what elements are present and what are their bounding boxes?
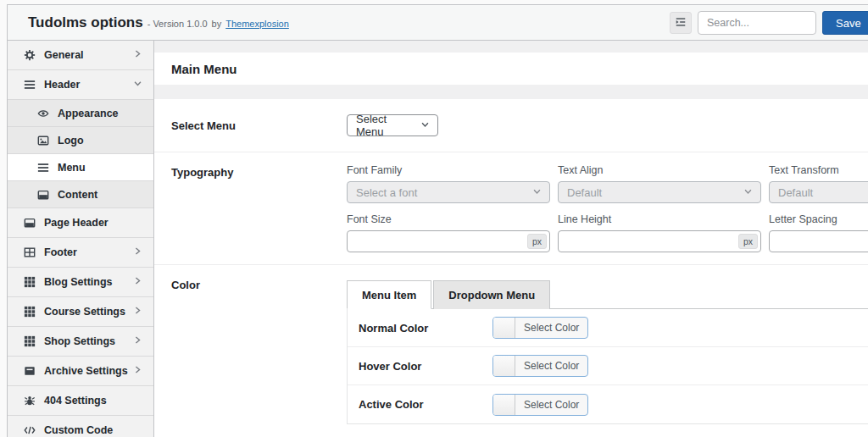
- active-color-row: Active Color Select Color: [348, 385, 868, 423]
- letter-spacing-field: Letter Spacing: [769, 213, 868, 252]
- section-title: Main Menu: [171, 62, 237, 76]
- sidebar-item-custom-code[interactable]: Custom Code: [8, 416, 153, 437]
- sidebar-item-general[interactable]: General: [8, 41, 153, 70]
- gear-icon: [23, 49, 36, 62]
- window-icon: [36, 188, 49, 201]
- select-color-label: Select Color: [515, 318, 587, 338]
- text-transform-label: Text Transform: [769, 164, 868, 176]
- select-color-label: Select Color: [515, 356, 587, 376]
- topbar: Tudolms options - Version 1.0.0 by Theme…: [8, 5, 868, 41]
- settings-card: Select Menu Select Menu Typography: [154, 99, 868, 437]
- text-transform-select[interactable]: Default: [769, 181, 868, 203]
- chevron-right-icon: [133, 365, 142, 377]
- text-align-value: Default: [567, 186, 602, 199]
- line-height-field: Line Height px: [558, 213, 761, 252]
- font-size-label: Font Size: [347, 213, 550, 225]
- sidebar-item-menu[interactable]: Menu: [8, 154, 153, 181]
- eye-icon: [36, 107, 49, 119]
- sidebar-item-label: Archive Settings: [44, 365, 128, 377]
- chevron-down-icon: [532, 186, 542, 199]
- outdent-list-icon: [675, 16, 687, 30]
- chevron-right-icon: [133, 306, 142, 318]
- hover-color-select-button[interactable]: Select Color: [492, 355, 588, 377]
- sidebar-item-label: Custom Code: [44, 424, 113, 436]
- text-align-label: Text Align: [558, 164, 761, 176]
- select-menu-value: Select Menu: [356, 113, 415, 138]
- font-size-field: Font Size px: [347, 213, 550, 252]
- page-title: Tudolms options: [28, 14, 143, 31]
- expand-options-button[interactable]: [670, 12, 692, 34]
- topbar-actions: Save: [670, 5, 868, 41]
- sidebar-item-course-settings[interactable]: Course Settings: [8, 297, 153, 327]
- font-family-select[interactable]: Select a font: [347, 181, 550, 203]
- active-color-label: Active Color: [359, 398, 492, 411]
- sidebar-item-logo[interactable]: Logo: [8, 127, 153, 154]
- font-family-field: Font Family Select a font: [347, 164, 550, 203]
- sidebar-item-label: Appearance: [58, 108, 119, 119]
- search-input[interactable]: [698, 11, 816, 35]
- sidebar-item-label: Logo: [58, 135, 84, 147]
- color-tabs: Menu Item Dropdown Menu: [347, 280, 868, 309]
- typography-label: Typography: [171, 164, 347, 252]
- text-align-field: Text Align Default: [558, 164, 761, 203]
- chevron-right-icon: [133, 49, 142, 61]
- hover-color-label: Hover Color: [359, 360, 492, 373]
- hover-color-row: Hover Color Select Color: [348, 347, 868, 385]
- sidebar: General Header Appearance: [8, 41, 154, 437]
- image-icon: [36, 134, 49, 147]
- normal-color-row: Normal Color Select Color: [348, 309, 868, 347]
- color-swatch: [493, 318, 515, 338]
- text-align-select[interactable]: Default: [558, 181, 761, 203]
- version-text: - Version 1.0.0: [147, 19, 208, 29]
- typography-row: Typography Font Family Select a font: [154, 152, 868, 265]
- active-color-select-button[interactable]: Select Color: [492, 394, 588, 416]
- sidebar-item-blog-settings[interactable]: Blog Settings: [8, 268, 153, 297]
- chevron-right-icon: [133, 335, 142, 347]
- code-icon: [23, 424, 36, 437]
- normal-color-select-button[interactable]: Select Color: [492, 317, 588, 339]
- px-suffix: px: [527, 234, 547, 249]
- sidebar-item-label: 404 Settings: [44, 395, 107, 407]
- sidebar-item-label: Footer: [44, 246, 77, 258]
- px-suffix: px: [738, 234, 758, 249]
- sidebar-item-label: Content: [58, 189, 97, 201]
- select-menu-field: Select Menu: [347, 114, 438, 136]
- grid-icon: [23, 335, 36, 348]
- archive-icon: [23, 365, 36, 378]
- select-menu-row: Select Menu Select Menu: [154, 99, 868, 152]
- chevron-right-icon: [133, 276, 142, 288]
- sidebar-item-footer[interactable]: Footer: [8, 238, 153, 268]
- typography-grid: Font Family Select a font Text Align: [347, 164, 868, 252]
- sidebar-item-appearance[interactable]: Appearance: [8, 100, 153, 127]
- window-icon: [23, 217, 36, 230]
- select-menu-dropdown[interactable]: Select Menu: [347, 114, 438, 136]
- menu-icon: [23, 79, 36, 91]
- sidebar-item-archive-settings[interactable]: Archive Settings: [8, 357, 153, 386]
- sidebar-item-page-header[interactable]: Page Header: [8, 208, 153, 238]
- sidebar-item-shop-settings[interactable]: Shop Settings: [8, 327, 153, 357]
- sidebar-item-content[interactable]: Content: [8, 181, 153, 208]
- color-tabs-area: Menu Item Dropdown Menu Normal Color Sel…: [347, 277, 868, 424]
- save-button[interactable]: Save: [822, 11, 868, 35]
- normal-color-label: Normal Color: [359, 322, 492, 335]
- sidebar-item-label: Course Settings: [44, 306, 125, 318]
- sidebar-item-label: Page Header: [44, 217, 108, 229]
- line-height-input[interactable]: [558, 230, 761, 252]
- by-text: by: [212, 19, 222, 29]
- sidebar-item-label: Header: [44, 79, 80, 91]
- vendor-link[interactable]: Themexplosion: [225, 19, 289, 29]
- sidebar-item-label: Menu: [58, 162, 86, 174]
- tab-menu-item[interactable]: Menu Item: [347, 280, 431, 309]
- options-panel: Tudolms options - Version 1.0.0 by Theme…: [7, 4, 868, 437]
- color-row: Color Menu Item Dropdown Menu Normal Col…: [154, 265, 868, 436]
- text-transform-value: Default: [778, 186, 813, 199]
- select-menu-label: Select Menu: [171, 119, 347, 132]
- letter-spacing-input[interactable]: [769, 230, 868, 252]
- sidebar-item-404-settings[interactable]: 404 Settings: [8, 386, 153, 416]
- font-size-input[interactable]: [347, 230, 550, 252]
- color-swatch: [493, 395, 515, 415]
- color-tab-panel: Normal Color Select Color Hover Color: [347, 309, 868, 424]
- sidebar-item-header[interactable]: Header: [8, 70, 153, 100]
- tab-dropdown-menu[interactable]: Dropdown Menu: [433, 280, 550, 309]
- main-content: Main Menu Select Menu Select Menu: [154, 41, 868, 437]
